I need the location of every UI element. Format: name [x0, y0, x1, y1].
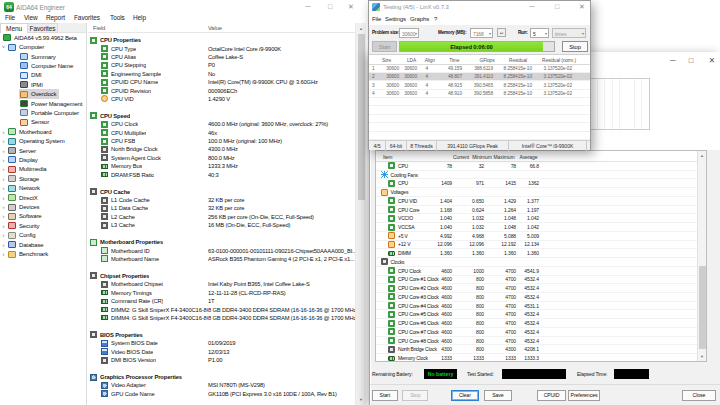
field-row-gpu-code-name[interactable]: GPU Code NameGK110B (PCI Express 3.0 x16… [88, 390, 355, 398]
aida64-close-button[interactable]: ✕ [341, 0, 361, 13]
sidebar-item-storage[interactable]: ›Storage [0, 174, 86, 183]
menu-tools[interactable]: Tools [110, 14, 125, 21]
menu-view[interactable]: View [24, 14, 38, 21]
sidebar-item-aida64-v5-99-4962-beta[interactable]: AIDA64 v5.99.4962 Beta [0, 33, 86, 42]
aida64-titlebar[interactable]: 64 AIDA64 Engineer ─ □ ✕ [0, 0, 720, 14]
linx-result-row-2[interactable]: 23060030600448.807391.41108.258415e-103.… [369, 73, 590, 81]
sst-clear-button[interactable]: Clear [451, 390, 479, 401]
linx-titlebar[interactable]: Testing (4/5) - LinX v0.7.3 ─ □ ✕ [369, 1, 590, 14]
sidebar-item-computer-name[interactable]: Computer Name [0, 61, 86, 70]
linx-menu-settings[interactable]: Settings [385, 16, 406, 22]
sidebar-item-sensor[interactable]: Sensor [0, 118, 86, 127]
section-motherboard-properties[interactable]: Motherboard Properties [88, 238, 355, 246]
tree-chevron-icon[interactable]: › [0, 166, 7, 172]
sst-cpuid-button[interactable]: CPUID [537, 390, 565, 401]
menu-file[interactable]: File [5, 14, 15, 21]
sst-preferences-button[interactable]: Preferences [568, 390, 600, 401]
sidebar-item-database[interactable]: ›Database [0, 240, 86, 249]
sidebar-item-operating-system[interactable]: ›Operating System [0, 136, 86, 145]
sidebar-item-ipmi[interactable]: IPMI [0, 80, 86, 89]
scroll-up-icon[interactable]: ▲ [356, 26, 366, 31]
aida64-maximize-button[interactable]: □ [320, 0, 340, 13]
field-row-video-bios-date[interactable]: Video BIOS Date12/03/13 [88, 347, 355, 355]
sidebar-item-software[interactable]: ›Software [0, 212, 86, 221]
field-row-l1-code-cache[interactable]: L1 Code Cache32 KB per core [88, 196, 355, 204]
sidebar-item-server[interactable]: ›Server [0, 146, 86, 155]
field-row-memory-bus[interactable]: Memory Bus1333.3 MHz [88, 162, 355, 170]
section-cpu-properties[interactable]: CPU Properties [88, 36, 355, 44]
sidebar-item-directx[interactable]: ›DirectX [0, 193, 86, 202]
field-row-cpuid-revision[interactable]: CPUID Revision000906ECh [88, 86, 355, 94]
sidebar-item-network[interactable]: ›Network [0, 184, 86, 193]
field-row-cpu-multiplier[interactable]: CPU Multiplier46x [88, 129, 355, 137]
field-row-cpu-clock[interactable]: CPU Clock4600.0 MHz (original: 3600 MHz,… [88, 120, 355, 128]
tab-menu[interactable]: Menu [0, 23, 28, 33]
field-row-l3-cache[interactable]: L3 Cache16 MB (On-Die, ECC, Full-Speed) [88, 221, 355, 229]
field-row-l1-data-cache[interactable]: L1 Data Cache32 KB per core [88, 204, 355, 212]
menu-favorites[interactable]: Favorites [74, 14, 100, 21]
section-chipset-properties[interactable]: Chipset Properties [88, 272, 355, 280]
sst-start-button[interactable]: Start [372, 390, 398, 401]
field-row-video-adapter[interactable]: Video AdapterMSI N780Ti (MS-V298) [88, 381, 355, 389]
tree-chevron-icon[interactable]: › [0, 138, 7, 144]
field-row-command-rate-cr-[interactable]: Command Rate (CR)1T [88, 297, 355, 305]
field-row-dmi-bios-version[interactable]: DMI BIOS VersionP1.00 [88, 356, 355, 364]
sidebar-item-multimedia[interactable]: ›Multimedia [0, 165, 86, 174]
tree-chevron-icon[interactable]: › [0, 157, 7, 163]
sidebar-item-display[interactable]: ›Display [0, 155, 86, 164]
linx-result-row-1[interactable]: 13060030600449.159388.61198.258415e-103.… [369, 65, 590, 73]
tree-chevron-icon[interactable]: › [0, 213, 7, 219]
run-unit-combo[interactable]: times▾ [552, 28, 586, 38]
menu-report[interactable]: Report [46, 14, 65, 21]
menu-help[interactable]: Help [133, 14, 146, 21]
problem-size-combo[interactable]: 30600▾ [399, 28, 419, 38]
linx-result-row-4[interactable]: 43060030600448.910390.58588.258415e-103.… [369, 90, 590, 98]
tree-chevron-icon[interactable]: › [0, 232, 7, 238]
run-count-combo[interactable]: 5▾ [530, 28, 549, 38]
section-cpu-cache[interactable]: CPU Cache [88, 187, 355, 195]
field-row-memory-timings[interactable]: Memory Timings12-11-11-28 (CL-RCD-RP-RAS… [88, 289, 355, 297]
linx-minimize-button[interactable]: ─ [522, 1, 542, 13]
scroll-down-icon[interactable]: ▼ [356, 397, 366, 402]
sidebar-item-dmi[interactable]: DMI [0, 71, 86, 80]
field-row-cpu-vid[interactable]: CPU VID1.4290 V [88, 95, 355, 103]
sidebar-item-benchmark[interactable]: ›Benchmark [0, 249, 86, 258]
sst-save-button[interactable]: Save [484, 390, 512, 401]
field-row-dimm2-g-skill-sniperx-f4-3400c16-8g-[interactable]: DIMM2: G Skill SniperX F4-3400C16-8G...8… [88, 305, 355, 313]
tree-chevron-icon[interactable]: › [0, 242, 7, 248]
sidebar-item-devices[interactable]: ›Devices [0, 202, 86, 211]
tree-chevron-icon[interactable]: ˅ [0, 44, 7, 50]
field-row-cpu-fsb[interactable]: CPU FSB100.0 MHz (original: 100 MHz) [88, 137, 355, 145]
linx-menu-?[interactable]: ? [434, 16, 437, 22]
linx-start-button[interactable]: Start [372, 41, 397, 52]
linx-result-row-5[interactable] [369, 98, 590, 106]
tree-chevron-icon[interactable]: › [0, 204, 7, 210]
field-row-dram-fsb-ratio[interactable]: DRAM:FSB Ratio40:3 [88, 170, 355, 178]
field-row-cpuid-cpu-name[interactable]: CPUID CPU NameIntel(R) Core(TM) i9-9900K… [88, 78, 355, 86]
max-memory-button[interactable]: ↵ [497, 28, 506, 37]
linx-result-row-9[interactable] [369, 132, 590, 140]
section-bios-properties[interactable]: BIOS Properties [88, 331, 355, 339]
field-row-cpu-stepping[interactable]: CPU SteppingP0 [88, 61, 355, 69]
linx-result-row-6[interactable] [369, 107, 590, 115]
sidebar-item-computer[interactable]: ˅Computer [0, 42, 86, 51]
memory-combo[interactable]: 7168▾ [470, 28, 493, 38]
tree-chevron-icon[interactable]: › [0, 251, 7, 257]
field-row-cpu-alias[interactable]: CPU AliasCoffee Lake-S [88, 53, 355, 61]
sidebar-item-config[interactable]: ›Config [0, 231, 86, 240]
aida64-minimize-button[interactable]: ─ [298, 0, 318, 13]
sidebar-item-motherboard[interactable]: ›Motherboard [0, 127, 86, 136]
tree-chevron-icon[interactable]: › [0, 176, 7, 182]
linx-menu-file[interactable]: File [372, 16, 381, 22]
field-row-motherboard-name[interactable]: Motherboard NameASRock B365 Phantom Gami… [88, 255, 355, 263]
field-row-engineering-sample[interactable]: Engineering SampleNo [88, 70, 355, 78]
sidebar-item-overclock[interactable]: Overclock [0, 89, 86, 98]
linx-maximize-button[interactable]: □ [547, 1, 567, 13]
pane-scrollbar[interactable]: ▲ ▼ [355, 23, 366, 405]
field-row-motherboard-id[interactable]: Motherboard ID63-0100-000001-00101111-09… [88, 246, 355, 254]
sst-stop-button[interactable]: Stop [402, 390, 428, 401]
tree-chevron-icon[interactable]: › [0, 129, 7, 135]
pane-scrollbar-thumb[interactable] [358, 34, 365, 200]
tree-chevron-icon[interactable]: › [0, 223, 7, 229]
field-row-system-bios-date[interactable]: System BIOS Date01/09/2019 [88, 339, 355, 347]
